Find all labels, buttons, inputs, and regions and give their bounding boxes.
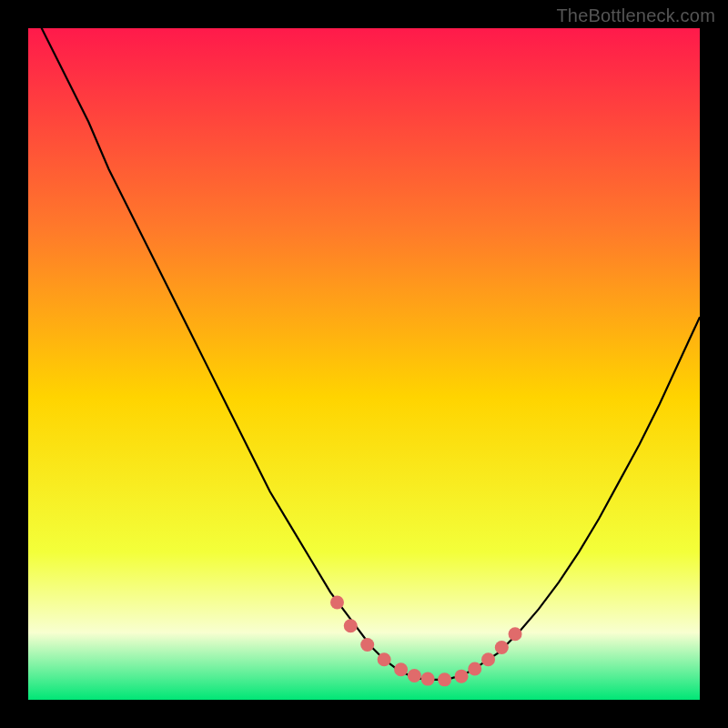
sample-dot	[344, 619, 358, 632]
sample-dot	[408, 669, 421, 682]
sample-dot	[438, 672, 451, 686]
sample-dot	[468, 662, 481, 676]
plot-area	[28, 28, 700, 700]
sample-dot	[495, 641, 509, 654]
sample-dot	[378, 652, 391, 666]
sample-dot	[455, 670, 469, 683]
sample-dot	[360, 638, 374, 652]
chart-frame: TheBottleneck.com	[0, 0, 728, 728]
sample-dot	[330, 595, 344, 609]
gradient-background	[28, 28, 700, 700]
chart-svg	[28, 28, 700, 700]
sample-dot	[481, 652, 495, 666]
sample-dot	[421, 672, 435, 686]
watermark-text: TheBottleneck.com	[556, 5, 715, 26]
sample-dot	[509, 627, 522, 641]
sample-dot	[394, 662, 408, 676]
